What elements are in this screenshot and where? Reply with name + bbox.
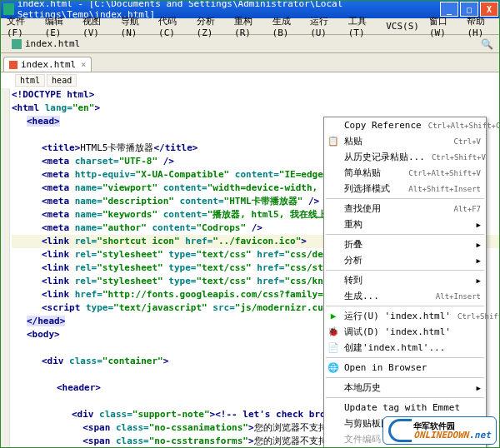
menu-separator (326, 357, 484, 358)
menu-analyze[interactable]: 分析(Z) (192, 13, 230, 40)
menu-navigate[interactable]: 导航(N) (116, 13, 154, 40)
paste-icon: 📋 (328, 136, 339, 147)
logo-swish-icon (388, 419, 412, 442)
mi-paste[interactable]: 📋粘贴Ctrl+V (324, 133, 486, 149)
nav-tab-index[interactable]: index.html (5, 37, 87, 51)
menu-view[interactable]: 视图(V) (78, 13, 116, 40)
menu-code[interactable]: 代码(C) (153, 13, 192, 40)
html-file-icon (9, 61, 18, 69)
mi-generate[interactable]: 生成...Alt+Insert (324, 288, 486, 304)
mi-goto[interactable]: 转到▶ (324, 272, 486, 288)
chevron-right-icon: ▶ (477, 256, 481, 265)
mi-refactor[interactable]: 重构▶ (324, 217, 486, 232)
crumb-head[interactable]: head (47, 74, 77, 87)
menu-vcs[interactable]: VCS(S) (381, 19, 424, 33)
html-file-icon (12, 39, 22, 49)
chevron-right-icon: ▶ (477, 384, 481, 392)
mi-update-emmet[interactable]: Update tag with Emmet (324, 400, 486, 416)
menu-run[interactable]: 运行(U) (305, 13, 343, 40)
menu-refactor[interactable]: 重构(R) (229, 13, 268, 40)
mi-run[interactable]: ▶运行(U) 'index.html'Ctrl+Shift+F10 (324, 308, 486, 324)
chevron-right-icon: ▶ (477, 241, 481, 249)
menu-separator (326, 234, 484, 235)
mi-copy-reference[interactable]: Copy ReferenceCtrl+Alt+Shift+C (324, 117, 486, 133)
menu-separator (326, 270, 484, 271)
menu-bar: 文件(F) 编辑(E) 视图(V) 导航(N) 代码(C) 分析(Z) 重构(R… (0, 18, 500, 35)
close-tab-icon[interactable]: × (81, 60, 86, 69)
editor-tabs: index.html × (0, 53, 500, 72)
menu-window[interactable]: 窗口(W) (424, 13, 462, 40)
menu-help[interactable]: 帮助(H) (462, 13, 500, 40)
mi-create[interactable]: 📄创建'index.html'... (324, 340, 486, 356)
mi-local-history[interactable]: 本地历史▶ (324, 380, 486, 396)
mi-fold[interactable]: 折叠▶ (324, 236, 486, 252)
editor-tab-index[interactable]: index.html × (3, 57, 92, 72)
mi-open-browser[interactable]: 🌐Open in Browser (324, 360, 486, 376)
menu-file[interactable]: 文件(F) (2, 13, 40, 40)
mi-debug[interactable]: 🐞调试(D) 'index.html' (324, 324, 486, 340)
chevron-right-icon: ▶ (477, 276, 481, 285)
debug-icon: 🐞 (328, 326, 339, 338)
menu-separator (326, 306, 484, 306)
watermark-logo: 华军软件园 ONLINEDOWN.net (382, 416, 497, 445)
context-menu: Copy ReferenceCtrl+Alt+Shift+C 📋粘贴Ctrl+V… (323, 117, 487, 448)
menu-build[interactable]: 生成(B) (268, 13, 306, 40)
mi-column-select[interactable]: 列选择模式Alt+Shift+Insert (324, 181, 486, 197)
menu-separator (326, 377, 484, 378)
mi-paste-simple[interactable]: 简单粘贴Ctrl+Alt+Shift+V (324, 165, 486, 181)
menu-tools[interactable]: 工具(T) (343, 13, 382, 40)
crumb-html[interactable]: html (15, 74, 45, 87)
create-icon: 📄 (328, 342, 339, 354)
menu-edit[interactable]: 编辑(E) (40, 13, 78, 40)
mi-analyze[interactable]: 分析▶ (324, 252, 486, 268)
search-icon[interactable]: 🔍 (481, 38, 500, 50)
editor-gutter (0, 88, 10, 448)
chevron-right-icon: ▶ (477, 221, 481, 229)
menu-separator (326, 397, 484, 398)
menu-separator (326, 198, 484, 199)
mi-paste-history[interactable]: 从历史记录粘贴...Ctrl+Shift+V (324, 149, 486, 165)
browser-icon: 🌐 (328, 362, 339, 374)
breadcrumb: html head (0, 72, 500, 88)
run-icon: ▶ (328, 311, 339, 322)
mi-find-usage[interactable]: 查找使用Alt+F7 (324, 201, 486, 217)
